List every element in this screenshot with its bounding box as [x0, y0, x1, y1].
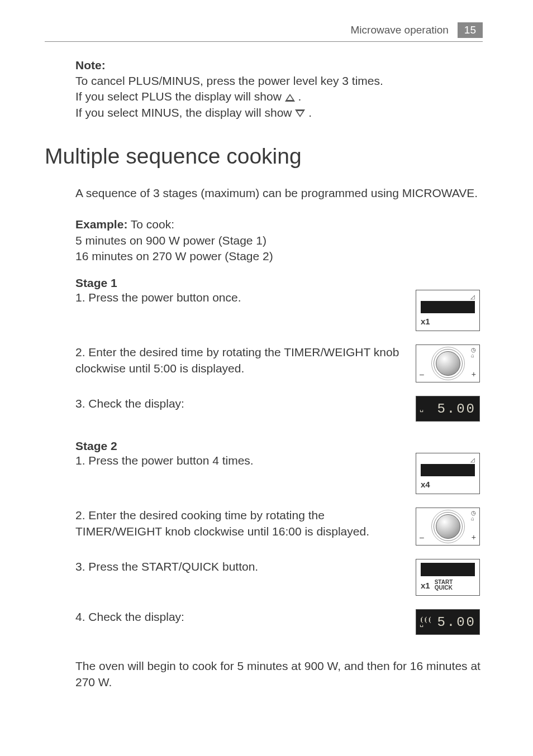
triangle-up-icon [285, 94, 295, 102]
start-quick-label: START QUICK [435, 580, 453, 591]
start-quick-panel: x1 START QUICK [416, 559, 480, 596]
power-button-panel: ◿ x1 [416, 290, 480, 331]
timer-weight-knob-panel: – + ◷⌂ [416, 344, 480, 382]
note-line-2b: . [298, 90, 302, 103]
page-header: Microwave operation 15 [45, 22, 483, 42]
main-heading: Multiple sequence cooking [45, 144, 483, 169]
panel-indicator-icon: ◿ [421, 294, 475, 300]
knob-icon [436, 351, 460, 376]
knob-minus-icon: – [420, 370, 424, 379]
stage-2-step-4: 4. Check the display: [75, 609, 416, 625]
example-line: Example: To cook: [75, 217, 483, 232]
timer-weight-knob-panel: – + ◷⌂ [416, 508, 480, 546]
microwave-waves-icon: ␣ [420, 407, 423, 410]
stage-2-step-2: 2. Enter the desired cooking time by rot… [75, 508, 416, 539]
panel-indicator-icon: ◿ [421, 457, 475, 463]
press-count-x1: x1 [421, 581, 430, 590]
lcd-strip [421, 301, 475, 313]
knob-plus-icon: + [472, 370, 476, 379]
note-line-3: If you select MINUS, the display will sh… [75, 105, 483, 121]
stage-2-step-1: 1. Press the power button 4 times. [75, 453, 416, 468]
note-line-3b: . [308, 106, 312, 119]
lcd-display: ⦗⦗⦗␣ 5.00 [416, 610, 479, 634]
note-line-3a: If you select MINUS, the display will sh… [75, 106, 295, 119]
display-panel: ␣ 5.00 [416, 396, 480, 422]
triangle-down-icon [295, 109, 305, 117]
intro-text: A sequence of 3 stages (maximum) can be … [75, 185, 483, 201]
example-stage-2: 16 minutes on 270 W power (Stage 2) [75, 248, 483, 264]
note-line-2: If you select PLUS the display will show… [75, 89, 483, 104]
stage-1-step-3: 3. Check the display: [75, 396, 416, 412]
knob-plus-icon: + [472, 533, 476, 542]
example-label: Example: [75, 218, 127, 231]
knob-symbols-icon: ◷⌂ [471, 510, 476, 521]
display-time: 5.00 [437, 401, 476, 417]
example-lead: To cook: [127, 218, 174, 231]
page-number: 15 [458, 22, 483, 38]
note-line-2a: If you select PLUS the display will show [75, 90, 285, 103]
closing-text: The oven will begin to cook for 5 minute… [75, 658, 483, 690]
stage-1-step-1: 1. Press the power button once. [75, 290, 416, 305]
quick-label: QUICK [435, 585, 453, 591]
lcd-display: ␣ 5.00 [416, 396, 479, 421]
stage-1-step-2: 2. Enter the desired time by rotating th… [75, 344, 416, 376]
note-line-1: To cancel PLUS/MINUS, press the power le… [75, 73, 483, 89]
power-button-panel: ◿ x4 [416, 453, 480, 494]
press-count-x1: x1 [421, 317, 475, 326]
display-panel: ⦗⦗⦗␣ 5.00 [416, 609, 480, 635]
section-title: Microwave operation [351, 24, 449, 36]
knob-minus-icon: – [420, 533, 424, 542]
display-time: 5.00 [437, 615, 476, 630]
lcd-strip [421, 464, 475, 476]
knob-symbols-icon: ◷⌂ [471, 347, 476, 358]
example-stage-1: 5 minutes on 900 W power (Stage 1) [75, 233, 483, 248]
knob-icon [436, 514, 460, 539]
note-heading: Note: [75, 59, 483, 72]
press-count-x4: x4 [421, 480, 475, 489]
lcd-strip [421, 563, 475, 576]
stage-2-step-3: 3. Press the START/QUICK button. [75, 559, 416, 575]
stage-1-title: Stage 1 [75, 276, 483, 290]
microwave-waves-icon: ⦗⦗⦗␣ [420, 619, 432, 625]
stage-2-title: Stage 2 [75, 439, 483, 453]
